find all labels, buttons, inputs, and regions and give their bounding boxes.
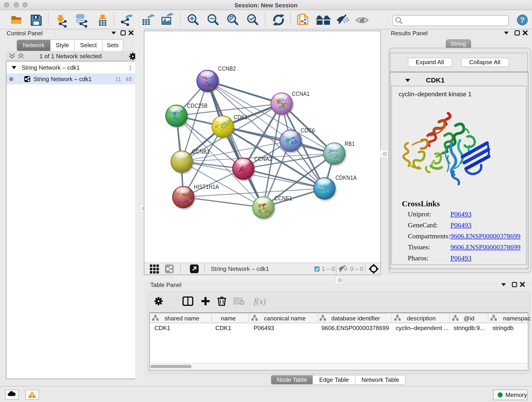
svg-text:f(x): f(x) — [254, 296, 266, 306]
svg-text:?: ? — [520, 16, 525, 24]
